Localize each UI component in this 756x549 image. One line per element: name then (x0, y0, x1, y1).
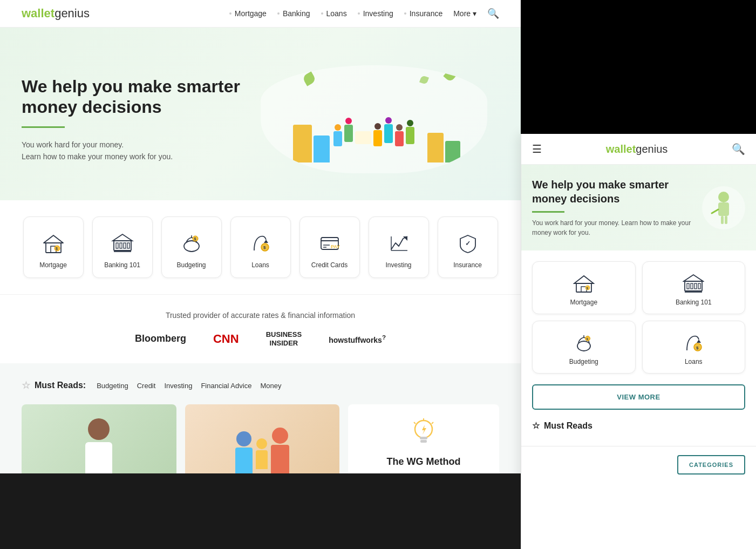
must-reads-header: ☆ Must Reads: Budgeting Credit Investing… (22, 379, 499, 391)
mobile-logo-genius: genius (636, 143, 668, 155)
svg-line-29 (432, 422, 433, 424)
hero-underline (22, 126, 65, 128)
must-reads-tags: Budgeting Credit Investing Financial Adv… (97, 382, 281, 390)
mobile-budgeting-label: Budgeting (569, 358, 598, 365)
search-icon[interactable]: 🔍 (487, 8, 499, 19)
tag-budgeting[interactable]: Budgeting (97, 382, 128, 390)
mobile-loans-icon: $ (683, 332, 704, 354)
trusted-section: Trusted provider of accurate rates & fin… (0, 294, 521, 363)
budgeting-label: Budgeting (176, 261, 206, 269)
mobile-cat-budgeting[interactable]: $ Budgeting (532, 321, 636, 374)
hero-subtitle: You work hard for your money.Learn how t… (22, 139, 248, 163)
categories-section: $ Mortgage Banking (0, 200, 521, 294)
logo-genius: genius (55, 6, 90, 21)
category-banking101[interactable]: Banking 101 (92, 216, 153, 278)
svg-line-30 (414, 422, 416, 424)
mobile-must-reads-title: ☆ Must Reads (532, 421, 745, 431)
category-credit-cards[interactable]: PAY Credit Cards (299, 216, 360, 278)
wg-bulb-icon (407, 417, 440, 450)
mobile-panel: ☰ walletgenius 🔍 We help you make smarte… (521, 134, 756, 549)
mobile-search-icon[interactable]: 🔍 (732, 143, 745, 155)
trusted-title: Trusted provider of accurate rates & fin… (22, 311, 499, 320)
svg-rect-51 (698, 283, 700, 289)
mobile-hero-subtitle: You work hard for your money. Learn how … (532, 218, 696, 238)
svg-point-53 (577, 341, 590, 351)
hero-illustration (261, 65, 487, 173)
mobile-categories: $ Mortgage Banking (521, 250, 756, 384)
svg-marker-6 (113, 234, 132, 241)
svg-rect-50 (694, 283, 697, 289)
credit-cards-label: Credit Cards (311, 261, 348, 269)
tag-money[interactable]: Money (260, 382, 281, 390)
nav-mortgage[interactable]: Mortgage (229, 9, 267, 18)
mobile-cat-mortgage[interactable]: $ Mortgage (532, 261, 636, 314)
loans-label: Loans (251, 261, 269, 269)
category-mortgage[interactable]: $ Mortgage (23, 216, 84, 278)
mobile-logo-wallet: wallet (606, 143, 636, 155)
mobile-hero-underline (532, 211, 564, 213)
tag-financial-advice[interactable]: Financial Advice (201, 382, 251, 390)
insurance-label: Insurance (453, 261, 482, 269)
bloomberg-logo: Bloomberg (135, 333, 186, 344)
mobile-logo[interactable]: walletgenius (606, 143, 668, 155)
svg-rect-31 (420, 437, 427, 439)
svg-rect-32 (420, 440, 427, 443)
investing-label: Investing (385, 261, 411, 269)
svg-rect-48 (687, 283, 689, 289)
category-loans[interactable]: $ Loans (230, 216, 291, 278)
mobile-cat-loans[interactable]: $ Loans (642, 321, 746, 374)
nav-insurance[interactable]: Insurance (404, 9, 442, 18)
logo[interactable]: walletgenius (22, 6, 90, 21)
view-more-button[interactable]: VIEW MORE (532, 384, 745, 410)
categories-button[interactable]: CATEGORIES (677, 455, 745, 475)
nav-banking[interactable]: Banking (277, 9, 310, 18)
category-investing[interactable]: Investing (369, 216, 429, 278)
svg-rect-40 (725, 216, 727, 224)
mobile-header: ☰ walletgenius 🔍 (521, 134, 756, 165)
category-grid: $ Mortgage Banking (22, 216, 499, 278)
tag-investing[interactable]: Investing (164, 382, 192, 390)
svg-line-38 (712, 209, 718, 213)
trusted-logos: Bloomberg CNN BUSINESSINSIDER howstuffwo… (22, 330, 499, 347)
tag-credit[interactable]: Credit (137, 382, 156, 390)
wg-method-title: The WG Method (387, 456, 461, 467)
svg-rect-39 (721, 216, 724, 224)
svg-rect-46 (685, 281, 702, 291)
logo-wallet: wallet (22, 6, 55, 21)
hero-image (248, 65, 499, 173)
hero-section: We help you make smarter money decisions… (0, 28, 521, 200)
mobile-cat-grid: $ Mortgage Banking (532, 261, 745, 374)
mobile-banking101-label: Banking 101 (676, 299, 712, 306)
mobile-cat-banking101[interactable]: Banking 101 (642, 261, 746, 314)
svg-text:$: $ (194, 237, 196, 241)
banking101-label: Banking 101 (104, 261, 140, 269)
must-reads-title: ☆ Must Reads: (22, 379, 86, 391)
mobile-budgeting-icon: $ (573, 332, 595, 354)
mobile-hero: We help you make smarter money decisions… (521, 165, 756, 250)
nav-more[interactable]: More ▾ (453, 9, 476, 18)
svg-text:✓: ✓ (465, 240, 471, 247)
svg-marker-47 (684, 275, 703, 281)
nav-loans[interactable]: Loans (321, 9, 347, 18)
hamburger-icon[interactable]: ☰ (532, 143, 542, 155)
loans-icon: $ (248, 230, 274, 256)
category-budgeting[interactable]: $ Budgeting (161, 216, 222, 278)
mortgage-label: Mortgage (39, 261, 67, 269)
credit-cards-icon: PAY (317, 230, 343, 256)
category-insurance[interactable]: ✓ Insurance (438, 216, 498, 278)
svg-marker-42 (574, 276, 594, 283)
mobile-mortgage-label: Mortgage (570, 299, 597, 306)
black-overlay-top (521, 0, 756, 134)
nav-investing[interactable]: Investing (358, 9, 393, 18)
main-nav: Mortgage Banking Loans Investing Insuran… (229, 9, 476, 18)
hero-text: We help you make smarter money decisions… (22, 76, 248, 163)
svg-rect-37 (718, 202, 729, 216)
mobile-banking101-icon (683, 273, 704, 294)
business-insider-logo: BUSINESSINSIDER (266, 330, 302, 347)
insurance-icon: ✓ (455, 230, 481, 256)
svg-rect-8 (120, 243, 122, 248)
svg-text:PAY: PAY (331, 244, 340, 249)
svg-rect-7 (116, 243, 118, 248)
mobile-mortgage-icon: $ (573, 273, 595, 294)
hero-title: We help you make smarter money decisions (22, 76, 248, 118)
